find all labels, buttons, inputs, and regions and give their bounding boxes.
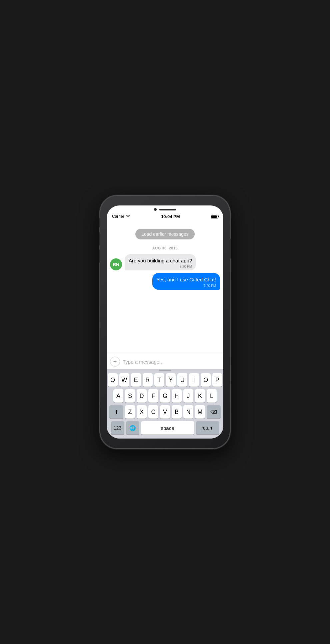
date-separator: AUG 30, 2016: [110, 246, 220, 250]
message-text: Yes, and I use Gifted Chat!: [156, 276, 216, 283]
key-r[interactable]: R: [143, 373, 153, 387]
battery-indicator: [211, 215, 218, 218]
status-time: 10:04 PM: [161, 214, 180, 219]
camera-area: [154, 205, 176, 211]
key-j[interactable]: J: [183, 389, 193, 403]
key-o[interactable]: O: [201, 373, 211, 387]
message-time: 7:20 PM: [156, 284, 216, 288]
key-l[interactable]: L: [207, 389, 217, 403]
key-m[interactable]: M: [195, 405, 205, 419]
key-a[interactable]: A: [113, 389, 123, 403]
key-n[interactable]: N: [183, 405, 193, 419]
key-y[interactable]: Y: [166, 373, 176, 387]
message-time: 7:20 PM: [129, 265, 192, 268]
message-row: Yes, and I use Gifted Chat! 7:20 PM: [110, 273, 220, 289]
avatar-initials: RN: [113, 262, 119, 267]
keyboard-row-2: A S D F G H J K L: [108, 389, 222, 403]
battery-fill: [211, 215, 217, 218]
space-key[interactable]: space: [141, 421, 194, 435]
silent-switch: [99, 218, 100, 227]
load-earlier-button[interactable]: Load earlier messages: [135, 229, 195, 239]
camera-dot: [154, 208, 157, 211]
plus-icon: +: [113, 358, 117, 365]
incoming-bubble: Are you building a chat app? 7:20 PM: [125, 254, 196, 270]
key-w[interactable]: W: [119, 373, 129, 387]
message-input[interactable]: [123, 359, 220, 365]
key-c[interactable]: C: [148, 405, 158, 419]
key-z[interactable]: Z: [125, 405, 135, 419]
key-p[interactable]: P: [212, 373, 222, 387]
carrier-info: Carrier: [112, 214, 130, 219]
chat-area: Load earlier messages AUG 30, 2016 RN Ar…: [107, 223, 223, 354]
keyboard-row-1: Q W E R T Y U I O P: [108, 373, 222, 387]
key-v[interactable]: V: [160, 405, 170, 419]
keyboard: Q W E R T Y U I O P A S D F G H J K: [107, 371, 223, 439]
key-e[interactable]: E: [131, 373, 141, 387]
key-u[interactable]: U: [177, 373, 187, 387]
carrier-name: Carrier: [112, 214, 124, 219]
status-bar: Carrier 10:04 PM: [107, 213, 223, 220]
speaker-bar: [159, 209, 176, 210]
message-row: RN Are you building a chat app? 7:20 PM: [110, 254, 220, 270]
avatar: RN: [110, 258, 122, 270]
shift-key[interactable]: ⬆: [109, 405, 123, 419]
volume-down-button: [99, 249, 100, 263]
key-b[interactable]: B: [172, 405, 182, 419]
volume-up-button: [99, 232, 100, 245]
keyboard-row-3: ⬆ Z X C V B N M ⌫: [108, 405, 222, 419]
outgoing-bubble: Yes, and I use Gifted Chat! 7:20 PM: [152, 273, 220, 289]
return-key[interactable]: return: [196, 421, 219, 435]
battery-icon: [211, 215, 218, 218]
key-x[interactable]: X: [137, 405, 147, 419]
key-t[interactable]: T: [154, 373, 164, 387]
power-button: [230, 239, 231, 259]
key-g[interactable]: G: [160, 389, 170, 403]
message-text: Are you building a chat app?: [129, 257, 192, 264]
delete-key[interactable]: ⌫: [207, 405, 221, 419]
wifi-icon: [126, 215, 130, 218]
key-f[interactable]: F: [148, 389, 158, 403]
key-h[interactable]: H: [172, 389, 182, 403]
key-q[interactable]: Q: [108, 373, 118, 387]
key-k[interactable]: K: [195, 389, 205, 403]
key-d[interactable]: D: [137, 389, 147, 403]
globe-key[interactable]: 🌐: [126, 421, 139, 435]
key-s[interactable]: S: [125, 389, 135, 403]
input-area: +: [107, 354, 223, 369]
phone-device: Carrier 10:04 PM Load earlier messages: [100, 195, 230, 449]
add-media-button[interactable]: +: [110, 357, 120, 367]
key-i[interactable]: I: [189, 373, 199, 387]
phone-top-bar: Carrier 10:04 PM: [107, 205, 223, 220]
keyboard-row-4: 123 🌐 space return: [108, 421, 222, 435]
numbers-key[interactable]: 123: [111, 421, 124, 435]
phone-screen: Carrier 10:04 PM Load earlier messages: [107, 205, 223, 439]
